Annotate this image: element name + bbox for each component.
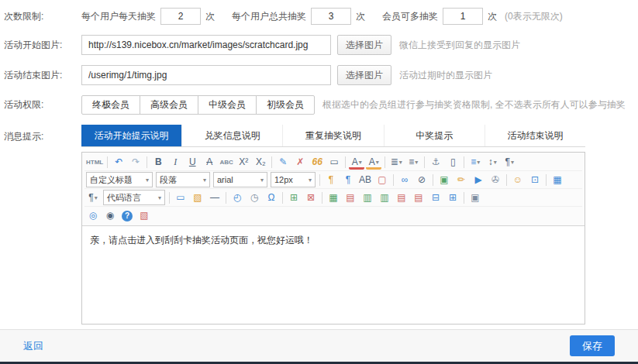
end-image-input[interactable] [81,65,331,85]
split-cells-icon[interactable]: ⊞ [445,191,460,205]
anchor-icon[interactable]: ⚓ [428,155,443,170]
insert-code-icon[interactable]: ▭ [326,155,342,170]
message-tab-1[interactable]: 活动开始提示说明 [81,125,181,146]
time-icon[interactable]: ◷ [247,191,262,205]
total-label: 每个用户总共抽奖 [232,10,306,23]
toolbar-separator [107,156,108,168]
redo-icon[interactable]: ↷ [128,155,143,170]
rtl-icon[interactable]: ¶ [340,173,356,187]
paragraph-select[interactable]: 段落▾ [156,172,210,187]
member-option-2[interactable]: 高级会员 [140,95,198,115]
toolbar-row-2: 自定义标题▾段落▾arial▾12px▾¶¶AB▢∞⊘▣✏▶✇☺⊡▦ [84,171,582,189]
background-color-icon[interactable]: A▾ [366,155,381,170]
strikethrough-icon[interactable]: A [202,155,217,170]
member-group: 终极会员高级会员中级会员初级会员 [81,95,315,115]
drafts-icon[interactable]: ▧ [136,208,152,223]
insert-row-icon[interactable]: ▥ [360,191,375,205]
spellcheck-icon[interactable]: ABC [219,155,234,170]
image-icon[interactable]: ▣ [436,173,452,187]
text-align-icon[interactable]: ≡▾ [467,155,483,170]
insert-table-icon[interactable]: ▦ [326,191,341,205]
editor-content[interactable]: 亲，请点击进入到刮刮卡抽奖活动页面，祝您好运哦！ [82,226,585,324]
editor-toolbar: HTML↶↷BIUAABCX²X₂✎✗66▭A▾A▾≣▾≡▾⚓▯≡▾↕▾¶▾ 自… [82,153,585,226]
preview-icon[interactable]: ◎ [85,208,101,223]
member-extra-label: 会员可多抽奖 [382,10,438,23]
code-paragraph-icon[interactable]: ¶▾ [85,191,101,205]
help-icon[interactable]: ? [122,211,133,221]
insert-template-icon[interactable]: ▦ [550,173,565,187]
toolbar-row-1: HTML↶↷BIUAABCX²X₂✎✗66▭A▾A▾≣▾≡▾⚓▯≡▾↕▾¶▾ [84,153,582,171]
undo-icon[interactable]: ↶ [111,155,126,170]
italic-icon[interactable]: I [167,155,183,170]
per-day-label: 每个用户每天抽奖 [81,10,156,23]
start-image-select-button[interactable]: 选择图片 [337,35,391,55]
limit-label: 次数限制: [4,10,81,23]
ordered-list-icon[interactable]: ≣▾ [388,155,404,170]
source-icon[interactable]: HTML [85,155,104,170]
insert-frame-icon[interactable]: ▭ [173,191,188,205]
member-extra-input[interactable] [443,8,483,25]
clear-doc-icon[interactable]: ▢ [374,173,390,187]
start-image-row: 活动开始图片: 选择图片 微信上接受到回复的显示图片 [4,35,638,55]
page-break-icon[interactable]: ▯ [445,155,460,170]
print-icon[interactable]: ▣ [467,191,483,205]
delete-table-icon[interactable]: ▤ [343,191,358,205]
toolbar-separator [322,192,322,204]
unlink-icon[interactable]: ⊘ [414,173,429,187]
permission-content: 终极会员高级会员中级会员初级会员 根据选中的会员组进行参与抽奖资格限制, 全不选… [81,95,626,115]
special-chars-icon[interactable]: Ω [264,191,279,205]
line-height-icon[interactable]: ↕▾ [485,155,500,170]
message-tab-2[interactable]: 兑奖信息说明 [181,125,282,146]
message-tab-5[interactable]: 活动结束说明 [485,125,585,146]
scrawl-icon[interactable]: ✏ [453,173,469,187]
bold-icon[interactable]: B [150,155,166,170]
subscript-icon[interactable]: X₂ [253,155,268,170]
ltr-icon[interactable]: ¶ [323,173,339,187]
unordered-list-icon[interactable]: ≡▾ [405,155,421,170]
custom-style-select[interactable]: 自定义标题▾ [86,172,153,187]
font-size-select[interactable]: 12px▾ [271,172,316,187]
member-option-1[interactable]: 终极会员 [81,95,140,115]
settings-form: 次数限制: 每个用户每天抽奖 次 每个用户总共抽奖 次 会员可多抽奖 次 (0表… [0,0,638,147]
font-color-icon[interactable]: A▾ [349,155,364,170]
search-replace-icon[interactable]: ◉ [102,208,118,223]
superscript-icon[interactable]: X² [236,155,251,170]
blockquote-icon[interactable]: 66 [309,155,325,170]
save-button[interactable]: 保存 [570,335,615,356]
per-day-input[interactable] [160,8,201,25]
delete-row-icon[interactable]: ▤ [394,191,409,205]
horizontal-rule-icon[interactable]: — [207,191,222,205]
toolbar-separator [169,192,170,204]
highlight-icon[interactable]: ▧ [190,191,205,205]
member-option-3[interactable]: 中级会员 [198,95,257,115]
video-icon[interactable]: ▶ [471,173,486,187]
message-tab-3[interactable]: 重复抽奖说明 [282,125,383,146]
back-link[interactable]: 返回 [23,339,43,353]
merge-cells-icon[interactable]: ⊟ [428,191,443,205]
letter-spacing-icon[interactable]: AB [357,173,373,187]
underline-icon[interactable]: U [185,155,200,170]
link-icon[interactable]: ∞ [397,173,412,187]
member-option-4[interactable]: 初级会员 [256,95,315,115]
paragraph-spacing-icon[interactable]: ¶▾ [502,155,517,170]
insert-col-icon[interactable]: ▥ [377,191,392,205]
end-image-hint: 活动过期时的显示图片 [399,69,492,82]
remove-format-icon[interactable]: ✗ [292,155,308,170]
snapscreen-icon[interactable]: ⊡ [527,173,543,187]
font-family-select[interactable]: arial▾ [213,172,267,187]
gmap-icon[interactable]: ⊠ [303,191,319,205]
total-input[interactable] [311,8,351,25]
map-icon[interactable]: ⊞ [286,191,302,205]
emotion-icon[interactable]: ☺ [510,173,526,187]
delete-col-icon[interactable]: ▤ [411,191,426,205]
limit-content: 每个用户每天抽奖 次 每个用户总共抽奖 次 会员可多抽奖 次 (0表示无限次) [81,8,563,25]
format-painter-icon[interactable]: ✎ [275,155,291,170]
end-image-select-button[interactable]: 选择图片 [337,65,391,85]
attachment-icon[interactable]: ✇ [488,173,503,187]
code-language-select[interactable]: 代码语言▾ [103,190,165,205]
start-image-input[interactable] [81,35,331,55]
limit-row: 次数限制: 每个用户每天抽奖 次 每个用户总共抽奖 次 会员可多抽奖 次 (0表… [4,8,638,25]
date-icon[interactable]: ◴ [229,191,245,205]
message-tab-4[interactable]: 中奖提示 [384,125,485,146]
permission-hint: 根据选中的会员组进行参与抽奖资格限制, 全不选表示所有人可以参与抽奖 [322,98,626,112]
